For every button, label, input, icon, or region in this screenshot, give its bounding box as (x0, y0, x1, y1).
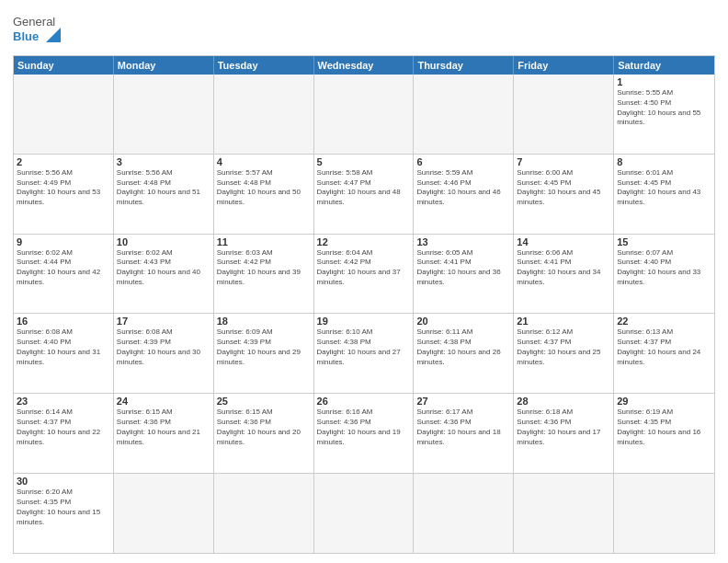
day-number: 30 (17, 476, 110, 487)
day-number: 27 (416, 396, 510, 407)
cell-info: Sunrise: 6:17 AM Sunset: 4:36 PM Dayligh… (416, 408, 510, 447)
logo-icon: General Blue (13, 9, 61, 50)
day-number: 9 (17, 236, 110, 247)
calendar-cell: 21Sunrise: 6:12 AM Sunset: 4:37 PM Dayli… (514, 314, 614, 393)
calendar-cell (214, 474, 314, 553)
weekday-header-friday: Friday (514, 56, 614, 75)
calendar-cell: 28Sunrise: 6:18 AM Sunset: 4:36 PM Dayli… (514, 394, 614, 473)
calendar-cell: 23Sunrise: 6:14 AM Sunset: 4:37 PM Dayli… (14, 394, 114, 473)
day-number: 6 (416, 156, 510, 167)
cell-info: Sunrise: 6:12 AM Sunset: 4:37 PM Dayligh… (517, 327, 610, 367)
cell-info: Sunrise: 5:56 AM Sunset: 4:49 PM Dayligh… (17, 168, 110, 208)
cell-info: Sunrise: 5:59 AM Sunset: 4:46 PM Dayligh… (416, 168, 510, 208)
calendar-cell: 20Sunrise: 6:11 AM Sunset: 4:38 PM Dayli… (414, 314, 514, 393)
calendar-cell: 25Sunrise: 6:15 AM Sunset: 4:36 PM Dayli… (214, 394, 314, 473)
day-number: 20 (416, 316, 510, 327)
calendar-cell: 24Sunrise: 6:15 AM Sunset: 4:36 PM Dayli… (114, 394, 214, 473)
svg-marker-2 (46, 28, 61, 42)
calendar-cell: 11Sunrise: 6:03 AM Sunset: 4:42 PM Dayli… (214, 235, 314, 314)
cell-info: Sunrise: 6:18 AM Sunset: 4:36 PM Dayligh… (517, 408, 610, 447)
calendar-row-2: 9Sunrise: 6:02 AM Sunset: 4:44 PM Daylig… (14, 235, 714, 315)
calendar-cell: 14Sunrise: 6:06 AM Sunset: 4:41 PM Dayli… (514, 235, 614, 314)
cell-info: Sunrise: 6:05 AM Sunset: 4:41 PM Dayligh… (416, 248, 510, 288)
cell-info: Sunrise: 6:03 AM Sunset: 4:42 PM Dayligh… (217, 248, 311, 288)
cell-info: Sunrise: 6:14 AM Sunset: 4:37 PM Dayligh… (17, 408, 110, 447)
cell-info: Sunrise: 5:56 AM Sunset: 4:48 PM Dayligh… (117, 168, 210, 208)
day-number: 19 (317, 316, 411, 327)
day-number: 8 (617, 156, 711, 167)
day-number: 21 (517, 316, 610, 327)
calendar-row-5: 30Sunrise: 6:20 AM Sunset: 4:35 PM Dayli… (14, 474, 714, 553)
cell-info: Sunrise: 6:13 AM Sunset: 4:37 PM Dayligh… (617, 327, 711, 367)
day-number: 4 (217, 156, 311, 167)
cell-info: Sunrise: 6:11 AM Sunset: 4:38 PM Dayligh… (416, 327, 510, 367)
day-number: 22 (617, 316, 711, 327)
logo-area: General Blue (13, 9, 61, 50)
calendar-body: 1Sunrise: 5:55 AM Sunset: 4:50 PM Daylig… (14, 75, 714, 553)
calendar-cell: 1Sunrise: 5:55 AM Sunset: 4:50 PM Daylig… (614, 75, 714, 154)
day-number: 10 (117, 236, 210, 247)
day-number: 17 (117, 316, 210, 327)
calendar-cell: 13Sunrise: 6:05 AM Sunset: 4:41 PM Dayli… (414, 235, 514, 314)
cell-info: Sunrise: 6:00 AM Sunset: 4:45 PM Dayligh… (517, 168, 610, 208)
day-number: 7 (517, 156, 610, 167)
svg-text:Blue: Blue (13, 29, 39, 43)
page: General Blue SundayMondayTuesdayWednesda… (0, 0, 728, 563)
day-number: 18 (217, 316, 311, 327)
header: General Blue (13, 9, 715, 50)
cell-info: Sunrise: 6:06 AM Sunset: 4:41 PM Dayligh… (517, 248, 610, 288)
cell-info: Sunrise: 6:01 AM Sunset: 4:45 PM Dayligh… (617, 168, 711, 208)
calendar-row-3: 16Sunrise: 6:08 AM Sunset: 4:40 PM Dayli… (14, 314, 714, 394)
calendar-cell (314, 75, 415, 154)
day-number: 16 (17, 316, 110, 327)
day-number: 14 (517, 236, 610, 247)
calendar-row-4: 23Sunrise: 6:14 AM Sunset: 4:37 PM Dayli… (14, 394, 714, 474)
calendar-cell: 7Sunrise: 6:00 AM Sunset: 4:45 PM Daylig… (514, 155, 614, 234)
cell-info: Sunrise: 6:04 AM Sunset: 4:42 PM Dayligh… (317, 248, 411, 288)
calendar-cell (414, 75, 514, 154)
day-number: 11 (217, 236, 311, 247)
calendar-cell (514, 75, 614, 154)
cell-info: Sunrise: 5:55 AM Sunset: 4:50 PM Dayligh… (617, 88, 711, 128)
day-number: 1 (617, 76, 711, 87)
calendar-cell (314, 474, 415, 553)
calendar-cell: 2Sunrise: 5:56 AM Sunset: 4:49 PM Daylig… (14, 155, 114, 234)
calendar-cell: 9Sunrise: 6:02 AM Sunset: 4:44 PM Daylig… (14, 235, 114, 314)
calendar-cell: 16Sunrise: 6:08 AM Sunset: 4:40 PM Dayli… (14, 314, 114, 393)
calendar-cell: 3Sunrise: 5:56 AM Sunset: 4:48 PM Daylig… (114, 155, 214, 234)
calendar-cell: 27Sunrise: 6:17 AM Sunset: 4:36 PM Dayli… (414, 394, 514, 473)
svg-text:General: General (13, 15, 55, 29)
day-number: 25 (217, 396, 311, 407)
calendar-cell: 18Sunrise: 6:09 AM Sunset: 4:39 PM Dayli… (214, 314, 314, 393)
cell-info: Sunrise: 5:57 AM Sunset: 4:48 PM Dayligh… (217, 168, 311, 208)
calendar-cell: 22Sunrise: 6:13 AM Sunset: 4:37 PM Dayli… (614, 314, 714, 393)
day-number: 3 (117, 156, 210, 167)
weekday-header-sunday: Sunday (14, 56, 114, 75)
calendar-cell: 8Sunrise: 6:01 AM Sunset: 4:45 PM Daylig… (614, 155, 714, 234)
calendar-cell: 12Sunrise: 6:04 AM Sunset: 4:42 PM Dayli… (314, 235, 415, 314)
calendar-cell (14, 75, 114, 154)
day-number: 13 (416, 236, 510, 247)
calendar-cell: 4Sunrise: 5:57 AM Sunset: 4:48 PM Daylig… (214, 155, 314, 234)
cell-info: Sunrise: 6:08 AM Sunset: 4:40 PM Dayligh… (17, 327, 110, 367)
day-number: 26 (317, 396, 411, 407)
cell-info: Sunrise: 6:15 AM Sunset: 4:36 PM Dayligh… (117, 408, 210, 447)
day-number: 2 (17, 156, 110, 167)
calendar: SundayMondayTuesdayWednesdayThursdayFrid… (13, 55, 715, 554)
weekday-header-wednesday: Wednesday (314, 56, 415, 75)
cell-info: Sunrise: 6:09 AM Sunset: 4:39 PM Dayligh… (217, 327, 311, 367)
day-number: 23 (17, 396, 110, 407)
cell-info: Sunrise: 6:19 AM Sunset: 4:35 PM Dayligh… (617, 408, 711, 447)
calendar-cell (214, 75, 314, 154)
calendar-row-1: 2Sunrise: 5:56 AM Sunset: 4:49 PM Daylig… (14, 155, 714, 235)
cell-info: Sunrise: 6:20 AM Sunset: 4:35 PM Dayligh… (17, 488, 110, 527)
cell-info: Sunrise: 6:15 AM Sunset: 4:36 PM Dayligh… (217, 408, 311, 447)
cell-info: Sunrise: 6:02 AM Sunset: 4:44 PM Dayligh… (17, 248, 110, 288)
weekday-header-thursday: Thursday (414, 56, 514, 75)
cell-info: Sunrise: 6:10 AM Sunset: 4:38 PM Dayligh… (317, 327, 411, 367)
cell-info: Sunrise: 6:08 AM Sunset: 4:39 PM Dayligh… (117, 327, 210, 367)
calendar-cell: 5Sunrise: 5:58 AM Sunset: 4:47 PM Daylig… (314, 155, 415, 234)
calendar-cell: 29Sunrise: 6:19 AM Sunset: 4:35 PM Dayli… (614, 394, 714, 473)
calendar-cell: 30Sunrise: 6:20 AM Sunset: 4:35 PM Dayli… (14, 474, 114, 553)
calendar-cell: 26Sunrise: 6:16 AM Sunset: 4:36 PM Dayli… (314, 394, 415, 473)
